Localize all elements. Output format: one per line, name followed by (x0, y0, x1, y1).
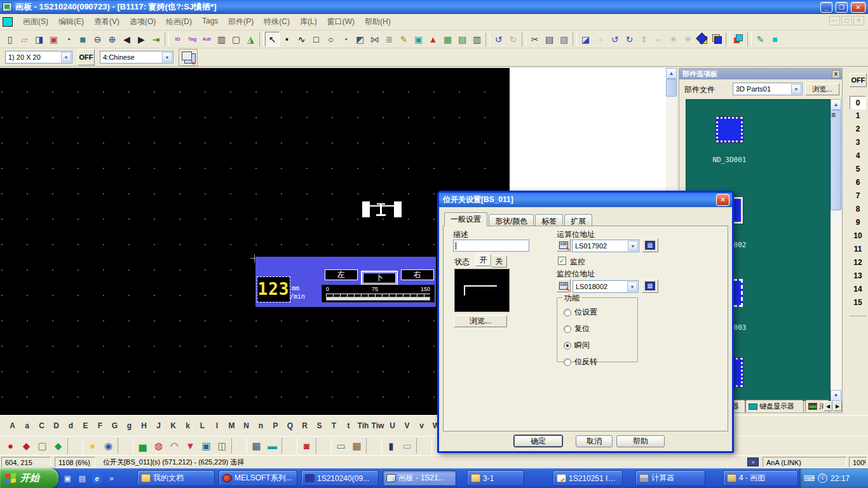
child-window-icon[interactable] (3, 17, 13, 27)
align-center-icon[interactable]: ✳ (666, 32, 681, 46)
lamp-icon[interactable]: ● (85, 438, 100, 454)
monitor-address-select[interactable]: LS018002 ▼ (573, 280, 639, 293)
tag-list-icon[interactable]: Tag (185, 32, 200, 46)
keyboard-layout-icon[interactable]: ⌨ (804, 473, 815, 484)
cancel-button[interactable]: 取消 (576, 435, 613, 447)
parts-browse-button[interactable]: 浏览... (805, 83, 839, 95)
tower-lamp-icon[interactable]: ▮ (383, 438, 399, 454)
id-list-icon[interactable]: ID (170, 32, 185, 46)
state-off-button[interactable]: 关 (491, 255, 507, 268)
flip-horizontal-icon[interactable]: ⇔ (651, 32, 666, 46)
quick-launch-ie-icon[interactable]: e (92, 473, 102, 484)
rotate-left-icon[interactable]: ↺ (607, 32, 622, 46)
taskbar-task[interactable]: 我的文档 (137, 470, 215, 486)
parts-tab-keyboard-display[interactable]: 键盘显示器 (745, 400, 804, 412)
function-radio[interactable]: 位设置 (564, 307, 597, 318)
attribute-letter[interactable]: P (268, 421, 283, 430)
multi-lamp-icon[interactable]: ◉ (100, 438, 116, 454)
screen-manager-icon[interactable] (179, 49, 198, 66)
data-logging-icon[interactable]: ▦ (349, 438, 365, 454)
attribute-letter[interactable]: d (64, 421, 78, 430)
scale-object[interactable]: 0 75 150 (322, 285, 435, 302)
grid-size-select[interactable]: 1) 20 X 20 ▼ (5, 51, 72, 64)
keypad-icon[interactable]: ▦ (642, 238, 658, 252)
alarm-editor-icon[interactable]: ◔ (61, 32, 76, 46)
attribute-letter[interactable]: K (166, 421, 180, 430)
bit-switch-round-icon[interactable]: ● (3, 438, 18, 454)
text-tool-icon[interactable]: ✎ (397, 32, 411, 46)
mdi-restore-button[interactable]: ▢ (841, 16, 852, 25)
mdi-minimize-button[interactable]: — (829, 16, 840, 25)
selection-handle[interactable] (394, 201, 402, 217)
attribute-letter[interactable]: g (122, 421, 137, 430)
rotate-right-icon[interactable]: ↻ (622, 32, 637, 46)
state-number[interactable]: 8 (850, 203, 866, 216)
state-number[interactable]: 14 (850, 283, 866, 296)
library-1-icon[interactable]: ▤ (455, 32, 470, 46)
mark-library-icon[interactable]: ▲ (426, 32, 440, 46)
keypad-icon[interactable]: ▦ (642, 279, 658, 293)
attribute-letter[interactable]: N (239, 421, 254, 430)
state-number[interactable]: 3 (850, 136, 866, 149)
video-screen-icon[interactable]: ◮ (243, 32, 258, 46)
group-icon[interactable]: ▫ (593, 32, 607, 46)
attribute-letter[interactable]: l (210, 421, 224, 430)
dot-tool-icon[interactable]: • (280, 32, 294, 46)
dialog-tab[interactable]: 形状/颜色 (489, 214, 534, 226)
taskbar-task[interactable]: 1S210251 IO... (553, 470, 623, 486)
redo-icon[interactable]: ↻ (506, 32, 520, 46)
taskbar-task[interactable]: 1S210240(09... (301, 470, 379, 486)
tab-scroll-right-icon[interactable]: ▶ (833, 401, 842, 411)
close-icon[interactable]: x (832, 70, 840, 78)
image-parts-icon[interactable]: ▦ (440, 32, 455, 46)
attribute-letter[interactable]: S (312, 421, 327, 430)
snap-grid-icon[interactable] (731, 32, 746, 46)
find-screen-icon[interactable]: ◙ (76, 32, 90, 46)
quick-launch-media-icon[interactable]: ▣ (62, 473, 73, 484)
function-switch-icon[interactable]: ◆ (50, 438, 66, 454)
state-number[interactable]: 7 (850, 189, 866, 203)
numeric-display-object[interactable]: 123 (257, 277, 290, 302)
state-number[interactable]: 15 (850, 296, 866, 309)
attribute-letter[interactable]: U (385, 421, 400, 430)
next-screen-icon[interactable]: ▶ (134, 32, 149, 46)
bring-to-front-icon[interactable] (695, 32, 710, 46)
graph-panel-icon[interactable]: ▣ (198, 438, 214, 454)
off-state-button[interactable]: OFF (78, 49, 95, 65)
tank-graph-icon[interactable]: ▼ (182, 438, 198, 454)
attribute-letter[interactable]: Q (283, 421, 297, 430)
selection-handle[interactable] (362, 201, 370, 217)
menu-item[interactable]: 查看(V) (89, 15, 125, 29)
state-on-button[interactable]: 开 (475, 254, 491, 266)
dialog-tab[interactable]: 扩展 (564, 214, 592, 226)
brush-attr-icon[interactable]: ✎ (753, 32, 768, 46)
zoom-in-icon[interactable]: ⊕ (105, 32, 119, 46)
attribute-letter[interactable]: t (341, 421, 356, 430)
function-radio[interactable]: 复位 (564, 323, 597, 334)
menu-item[interactable]: 库(L) (295, 15, 322, 29)
state-number[interactable]: 6 (850, 176, 866, 189)
menu-item[interactable]: Tags (197, 15, 223, 29)
state-number[interactable]: 4 (850, 149, 866, 163)
attribute-letter[interactable]: C (34, 421, 49, 430)
menu-item[interactable]: 窗口(W) (322, 15, 360, 29)
file-report-icon[interactable]: ▭ (333, 438, 349, 454)
taskbar-task[interactable]: 计算器 (635, 470, 705, 486)
menu-item[interactable]: 帮助(H) (360, 15, 396, 29)
state-off-button[interactable]: OFF (850, 73, 867, 87)
meter-icon[interactable]: ◠ (166, 438, 182, 454)
taskbar-task[interactable]: 画板 - 1S21... (383, 470, 456, 486)
mdi-close-button[interactable]: ✕ (853, 16, 864, 25)
attribute-letter[interactable]: n (254, 421, 268, 430)
minimize-button[interactable]: _ (820, 2, 832, 13)
function-radio[interactable]: 瞬间 (564, 340, 597, 351)
description-input[interactable] (453, 240, 529, 252)
color-square-icon[interactable]: ■ (768, 32, 782, 46)
keypad-icon[interactable]: ▦ (248, 438, 264, 454)
help-button[interactable]: 帮助 (616, 435, 665, 447)
menu-item[interactable]: 特殊(C) (259, 15, 295, 29)
attribute-letter[interactable]: T (327, 421, 341, 430)
state-number[interactable]: 10 (850, 229, 866, 243)
trend-graph-icon[interactable]: ◫ (214, 438, 230, 454)
shape-preview[interactable] (454, 269, 510, 312)
